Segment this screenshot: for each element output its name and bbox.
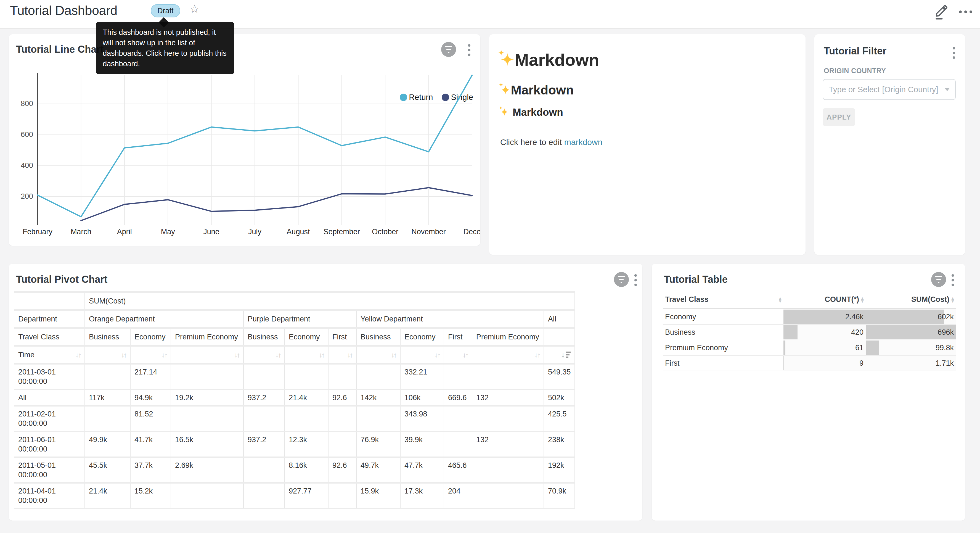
pivot-value-cell: 332.21: [400, 364, 444, 390]
chart-menu-kebab-icon[interactable]: [635, 274, 637, 286]
sort-descending-icon[interactable]: ↓: [561, 351, 571, 359]
pivot-sort-cell: ↓↑: [472, 346, 544, 364]
select-placeholder: Type or Select [Origin Country]: [829, 85, 942, 94]
sort-icon[interactable]: ↓↑: [161, 351, 167, 359]
chart-menu-kebab-icon[interactable]: [951, 274, 954, 286]
pivot-value-cell: 132: [472, 432, 544, 457]
pivot-sort-cell: ↓↑: [171, 346, 243, 364]
travel-class-cell: Economy: [663, 309, 783, 324]
apply-button[interactable]: APPLY: [822, 108, 855, 126]
pivot-value-cell: 81.52: [130, 406, 171, 432]
pivot-value-cell: 343.98: [400, 406, 444, 432]
draft-status-badge[interactable]: Draft: [151, 4, 180, 18]
sort-icon[interactable]: ↓↑: [234, 351, 239, 359]
column-header-travel-class[interactable]: Travel Class▴▾: [663, 292, 783, 309]
unpublished-tooltip: This dashboard is not published, it will…: [96, 22, 234, 74]
pivot-value-cell: [171, 406, 243, 432]
table-header-row: Travel Class▴▾COUNT(*)▴▾SUM(Cost)▴▾: [663, 292, 956, 309]
sort-icon[interactable]: ↓↑: [463, 351, 468, 359]
x-axis-month-label: June: [203, 228, 220, 236]
pencil-icon: [934, 4, 948, 20]
pivot-row-label: All: [14, 390, 85, 406]
pivot-data-row: 2011-02-01 00:00:0081.52343.98425.5: [14, 406, 575, 432]
pivot-value-cell: 2.69k: [171, 457, 243, 483]
pivot-row-label: 2011-05-01 00:00:00: [14, 457, 85, 483]
filter-menu-kebab-icon[interactable]: [953, 47, 955, 59]
pivot-value-cell: 17.3k: [400, 483, 444, 509]
pivot-sort-cell: ↓↑: [285, 346, 328, 364]
pivot-value-cell: 21.4k: [285, 390, 328, 406]
pivot-value-cell: [356, 406, 400, 432]
filter-card-title: Tutorial Filter: [824, 45, 886, 57]
pivot-group-header: Purple Department: [243, 310, 356, 328]
pivot-value-cell: [328, 364, 356, 390]
pivot-sort-cell: ↓↑: [444, 346, 472, 364]
pivot-row-label: 2011-04-01 00:00:00: [14, 483, 85, 509]
markdown-heading-1: ✦✦Markdown: [500, 50, 794, 70]
pivot-col-dim-label: Travel Class: [14, 328, 85, 346]
pivot-value-cell: [472, 457, 544, 483]
sum-cost-cell: 99.8k: [866, 340, 956, 356]
table-row: Economy2.46k602k: [663, 309, 956, 324]
pivot-data-row: 2011-04-01 00:00:0021.4k15.2k927.7715.9k…: [14, 483, 575, 509]
pivot-value-cell: [243, 457, 285, 483]
pivot-value-cell: 132: [472, 390, 544, 406]
pivot-value-cell: 117k: [85, 390, 130, 406]
pivot-row-label: 2011-02-01 00:00:00: [14, 406, 85, 432]
pivot-group-header: Orange Department: [85, 310, 243, 328]
header-actions: [934, 4, 972, 20]
pivot-value-cell: [243, 364, 285, 390]
pivot-value-cell: [328, 483, 356, 509]
column-sorter-icon[interactable]: ▴▾: [861, 297, 864, 303]
origin-country-select[interactable]: Type or Select [Origin Country]: [822, 79, 956, 100]
count-bar: [783, 340, 785, 355]
pivot-sort-cell: ↓↑: [85, 346, 130, 364]
pivot-value-cell: 12.3k: [285, 432, 328, 457]
pivot-empty-cell: [544, 328, 575, 346]
x-axis-month-label: October: [372, 228, 398, 236]
more-actions-button[interactable]: [959, 4, 972, 20]
pivot-value-cell: 19.2k: [171, 390, 243, 406]
pivot-sort-cell-active: ↓: [544, 346, 575, 364]
y-axis-tick-label: 200: [11, 192, 33, 201]
pivot-class-header: First: [328, 328, 356, 346]
pivot-value-cell: [171, 364, 243, 390]
pivot-value-cell: 41.7k: [130, 432, 171, 457]
sort-icon[interactable]: ↓↑: [319, 351, 324, 359]
count-cell: 420: [783, 324, 866, 340]
pivot-value-cell: [444, 406, 472, 432]
sort-icon[interactable]: ↓↑: [347, 351, 352, 359]
applied-filters-icon[interactable]: [614, 272, 629, 287]
column-header-sum-cost[interactable]: SUM(Cost)▴▾: [866, 292, 956, 309]
sort-icon[interactable]: ↓↑: [75, 350, 81, 359]
pivot-data-row: 2011-06-01 00:00:0049.9k41.7k16.5k937.21…: [14, 432, 575, 457]
favorite-star-icon[interactable]: ☆: [189, 2, 200, 16]
column-header-count[interactable]: COUNT(*)▴▾: [783, 292, 866, 309]
edit-dashboard-button[interactable]: [934, 4, 948, 20]
tooltip-text: This dashboard is not published, it will…: [103, 28, 227, 68]
pivot-value-cell: 502k: [544, 390, 575, 406]
sum-cost-cell: 1.71k: [866, 356, 956, 371]
travel-class-cell: First: [663, 356, 783, 371]
pivot-sort-row: Time↓↑↓↑↓↑↓↑↓↑↓↑↓↑↓↑↓↑↓↑↓↑↓: [14, 346, 575, 364]
page-title: Tutorial Dashboard: [10, 3, 117, 18]
line-chart-canvas[interactable]: 200400600800FebruaryMarchAprilMayJuneJul…: [9, 34, 480, 246]
pivot-value-cell: 94.9k: [130, 390, 171, 406]
sort-icon[interactable]: ↓↑: [391, 351, 396, 359]
sort-icon[interactable]: ↓↑: [121, 351, 126, 359]
pivot-class-header: Economy: [285, 328, 328, 346]
column-sorter-icon[interactable]: ▴▾: [951, 297, 954, 303]
column-sorter-icon[interactable]: ▴▾: [779, 297, 781, 303]
applied-filters-icon[interactable]: [931, 272, 946, 287]
edit-markdown-link[interactable]: markdown: [564, 137, 602, 147]
origin-country-label: ORIGIN COUNTRY: [824, 67, 886, 75]
pivot-value-cell: 927.77: [285, 483, 328, 509]
pivot-sort-cell: ↓↑: [130, 346, 171, 364]
pivot-sort-cell: ↓↑: [400, 346, 444, 364]
sort-icon[interactable]: ↓↑: [535, 351, 540, 359]
sort-icon[interactable]: ↓↑: [434, 351, 440, 359]
pivot-value-cell: 49.9k: [85, 432, 130, 457]
pivot-value-cell: 425.5: [544, 406, 575, 432]
sort-icon[interactable]: ↓↑: [275, 351, 280, 359]
pivot-value-cell: 15.2k: [130, 483, 171, 509]
